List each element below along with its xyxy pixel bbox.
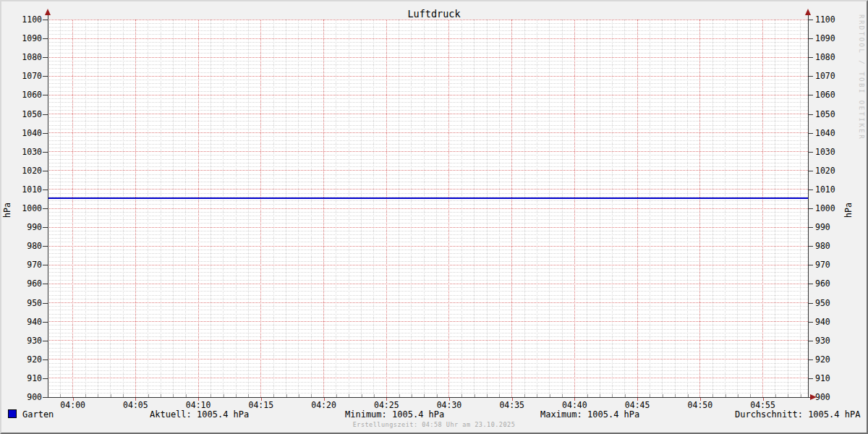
x-axis-label: 04:30 [427, 401, 471, 409]
y-axis-tick-left [43, 303, 48, 304]
gridline-minor-h [48, 352, 808, 352]
y-axis-label-right: 990 [815, 223, 853, 231]
y-axis-tick-right [808, 152, 813, 153]
y-axis-tick-left [43, 378, 48, 379]
gridline-major-v [386, 20, 387, 397]
y-axis-tick-left [43, 322, 48, 323]
gridline-minor-h [48, 219, 808, 220]
gridline-minor-h [48, 363, 808, 364]
y-axis-tick-left [43, 133, 48, 134]
y-axis-tick-right [808, 20, 813, 20]
x-axis-label: 04:45 [616, 401, 659, 409]
gridline-minor-h [48, 64, 808, 65]
y-axis-label-right: 950 [815, 299, 853, 307]
gridline-major-v [72, 20, 73, 397]
y-axis-label-left: 1050 [4, 110, 42, 119]
gridline-minor-h [48, 185, 808, 186]
gridline-minor-h [48, 336, 808, 337]
y-axis-label-right: 940 [815, 318, 853, 326]
rrdtool-graph-luftdruck: 9009009109109209209309309409409509509609… [0, 0, 868, 434]
gridline-major-v [511, 20, 512, 397]
gridline-minor-h [48, 306, 808, 307]
rrdtool-watermark: RRDTOOL / TOBI OETIKER [858, 14, 865, 140]
gridline-major-v [448, 20, 449, 397]
gridline-minor-h [48, 216, 808, 216]
gridline-minor-h [48, 178, 808, 179]
gridline-major-h [48, 321, 808, 322]
y-axis-tick-right [808, 322, 813, 323]
y-axis-label-left: 950 [4, 299, 42, 307]
gridline-major-v [260, 20, 261, 397]
y-axis-tick-right [808, 227, 813, 228]
gridline-minor-h [48, 280, 808, 281]
gridline-minor-h [48, 87, 808, 88]
gridline-minor-h [48, 46, 808, 46]
gridline-minor-h [48, 272, 808, 273]
x-axis-label: 04:05 [114, 401, 157, 409]
y-axis-tick-left [43, 265, 48, 265]
y-axis-tick-right [808, 114, 813, 115]
gridline-minor-h [48, 91, 808, 92]
y-axis-tick-right [808, 133, 813, 134]
gridline-minor-h [48, 61, 808, 61]
gridline-minor-h [48, 200, 808, 201]
y-axis-label-left: 900 [4, 393, 42, 401]
y-axis-tick-right [808, 378, 813, 379]
y-axis-label-left: 1090 [4, 34, 42, 43]
y-axis-label-left: 1060 [4, 90, 42, 99]
gridline-minor-h [48, 49, 808, 50]
y-axis-tick-left [43, 38, 48, 39]
gridline-minor-h [48, 348, 808, 349]
y-axis-label-right: 1070 [815, 72, 853, 80]
gridline-minor-h [48, 98, 808, 99]
y-axis-label-left: 910 [4, 374, 42, 383]
y-axis-label-left: 970 [4, 260, 42, 269]
y-axis-tick-right [808, 190, 813, 190]
gridline-minor-h [48, 238, 808, 239]
stat-minimum: Minimum: 1005.4 hPa [345, 409, 444, 420]
y-axis-label-right: 900 [815, 393, 853, 401]
gridline-major-h [48, 151, 808, 152]
gridline-minor-h [48, 80, 808, 80]
gridline-minor-h [48, 212, 808, 213]
y-axis-tick-right [808, 171, 813, 171]
gridline-minor-h [48, 121, 808, 122]
gridline-minor-h [48, 23, 808, 24]
gridline-minor-h [48, 102, 808, 103]
y-axis-label-right: 960 [815, 279, 853, 288]
gridline-minor-h [48, 174, 808, 175]
y-axis-tick-right [808, 359, 813, 360]
gridline-major-v [574, 20, 575, 397]
x-axis-label: 04:35 [490, 401, 534, 409]
y-axis-label-right: 980 [815, 242, 853, 250]
y-axis-label-left: 960 [4, 279, 42, 288]
y-axis-tick-left [43, 246, 48, 247]
y-axis-tick-left [43, 20, 48, 20]
gridline-minor-h [48, 261, 808, 262]
gridline-minor-h [48, 386, 808, 386]
gridline-minor-h [48, 374, 808, 375]
y-axis-label-left: 1070 [4, 72, 42, 80]
y-axis-label-left: 980 [4, 242, 42, 250]
y-axis-label-right: 920 [815, 355, 853, 364]
gridline-minor-h [48, 136, 808, 137]
y-axis-label-right: 1090 [815, 34, 853, 43]
y-axis-tick-left [43, 76, 48, 77]
gridline-major-v [198, 20, 199, 397]
gridline-major-h [48, 57, 808, 58]
y-axis-tick-left [43, 95, 48, 95]
gridline-minor-h [48, 234, 808, 235]
gridline-minor-h [48, 223, 808, 224]
gridline-major-h [48, 284, 808, 284]
gridline-major-v [699, 20, 700, 397]
y-axis-tick-right [808, 303, 813, 304]
y-axis-tick-left [43, 227, 48, 228]
gridline-major-v [135, 20, 136, 397]
stat-durchschnitt: Durchschnitt: 1005.4 hPA [735, 409, 860, 420]
gridline-major-h [48, 114, 808, 114]
y-axis-tick-left [43, 284, 48, 284]
y-axis-label-left: 1040 [4, 129, 42, 137]
gridline-minor-h [48, 393, 808, 393]
y-axis-tick-left [43, 208, 48, 209]
gridline-minor-h [48, 344, 808, 344]
